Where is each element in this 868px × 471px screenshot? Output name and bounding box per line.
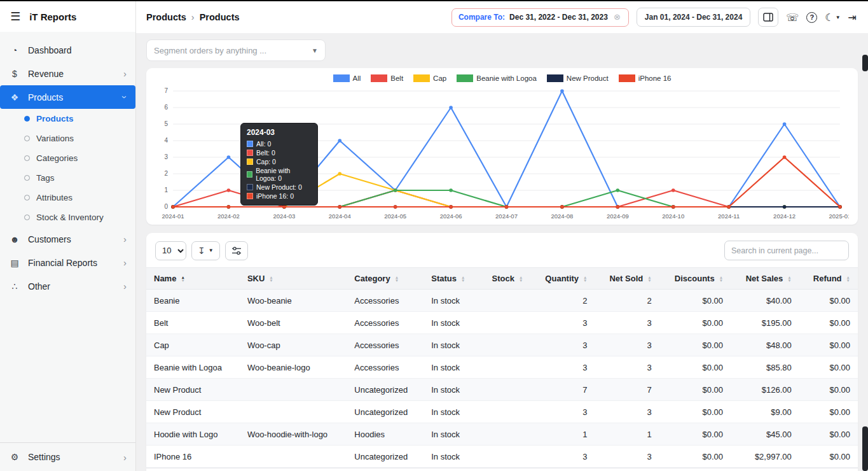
legend-item-belt[interactable]: Belt: [371, 74, 403, 82]
box-icon: ❖: [9, 92, 20, 102]
topbar-actions: Compare To: Dec 31, 2022 - Dec 31, 2023 …: [451, 8, 857, 27]
phone-icon[interactable]: ☏: [786, 11, 799, 24]
segment-search-select[interactable]: Segment orders by anything ... ▼: [146, 39, 326, 61]
sidebar-subitem-tags[interactable]: Tags: [0, 168, 135, 188]
sort-icon: ▲▼: [181, 276, 184, 282]
svg-text:2024-02: 2024-02: [217, 213, 240, 220]
gear-icon: ⚙: [9, 452, 20, 462]
legend-item-cap[interactable]: Cap: [413, 74, 446, 82]
legend-item-new-product[interactable]: New Product: [547, 74, 609, 82]
column-header-name[interactable]: Name▲▼: [146, 268, 240, 290]
column-header-stock[interactable]: Stock▲▼: [479, 268, 531, 290]
legend-item-beanie-with-logoa[interactable]: Beanie with Logoa: [457, 74, 537, 82]
filter-button[interactable]: [225, 241, 248, 260]
cell-discounts: $0.00: [659, 446, 731, 468]
sidebar-subitem-categories[interactable]: Categories: [0, 148, 135, 168]
cell-stock: [479, 356, 531, 379]
column-header-discounts[interactable]: Discounts▲▼: [659, 268, 731, 290]
sidebar-header: ☰ iT Reports: [0, 1, 135, 32]
column-header-net-sold[interactable]: Net Sold▲▼: [595, 268, 659, 290]
cell-stock: [479, 334, 531, 356]
table-row[interactable]: IPhone 16UncategorizedIn stock33$0.00$2,…: [146, 446, 858, 468]
table-row[interactable]: BeltWoo-beltAccessoriesIn stock33$0.00$1…: [146, 312, 858, 334]
sort-icon: ▲▼: [583, 276, 587, 282]
users-icon: ☻: [9, 234, 20, 244]
legend-item-iphone-16[interactable]: iPhone 16: [619, 74, 672, 82]
calendar-panel-button[interactable]: [758, 8, 778, 27]
column-header-sku[interactable]: SKU▲▼: [240, 268, 347, 290]
table-row[interactable]: BeanieWoo-beanieAccessoriesIn stock22$0.…: [146, 290, 858, 312]
dark-mode-toggle[interactable]: ☾ ▼: [825, 11, 840, 24]
help-icon[interactable]: ?: [806, 12, 817, 23]
sidebar-item-products[interactable]: ❖Products›: [0, 85, 135, 109]
scrollbar-thumb[interactable]: [862, 426, 868, 471]
hamburger-menu-icon[interactable]: ☰: [10, 10, 20, 24]
legend-item-all[interactable]: All: [333, 74, 361, 82]
cell-name: Hoodie with Logo: [146, 423, 240, 446]
svg-text:2024-11: 2024-11: [718, 213, 740, 220]
breadcrumb-parent[interactable]: Products: [146, 12, 186, 22]
sidebar-item-customers[interactable]: ☻Customers›: [0, 227, 135, 251]
cell-sku: Woo-cap: [240, 334, 347, 356]
page-size-select[interactable]: 10: [155, 241, 186, 260]
tooltip-swatch-icon: [247, 184, 253, 190]
svg-text:6: 6: [164, 104, 168, 111]
close-circle-icon[interactable]: ⊗: [612, 13, 622, 22]
compare-to-value: Dec 31, 2022 - Dec 31, 2023: [509, 13, 608, 22]
column-header-status[interactable]: Status▲▼: [424, 268, 479, 290]
column-header-net-sales[interactable]: Net Sales▲▼: [731, 268, 799, 290]
cell-stock: [479, 312, 531, 334]
sidebar-subitem-variations[interactable]: Variations: [0, 129, 135, 148]
column-header-category[interactable]: Category▲▼: [347, 268, 424, 290]
column-header-refund[interactable]: Refund▲▼: [799, 268, 858, 290]
tooltip-swatch-icon: [247, 171, 252, 178]
cell-category: Accessories: [347, 312, 424, 334]
tooltip-row-all: All: 0: [247, 140, 312, 148]
chevron-down-icon: ▼: [836, 15, 841, 20]
sidebar-item-revenue[interactable]: $Revenue›: [0, 62, 135, 85]
tooltip-swatch-icon: [247, 193, 253, 199]
table-row[interactable]: Beanie with LogoaWoo-beanie-logoAccessor…: [146, 356, 858, 379]
bullet-icon: [24, 195, 30, 200]
column-label: Status: [431, 274, 457, 283]
sidebar-subitem-attributes[interactable]: Attributes: [0, 188, 135, 207]
table-row[interactable]: Hoodie with LogoWoo-hoodie-with-logoHood…: [146, 423, 858, 446]
sort-icon: ▲▼: [846, 276, 850, 282]
cell-stock: [479, 379, 531, 401]
sidebar-item-settings[interactable]: ⚙ Settings ›: [0, 443, 135, 471]
cell-net-sales: $85.80: [731, 356, 799, 379]
sitemap-icon: ∴: [9, 281, 20, 292]
column-header-quantity[interactable]: Quantity▲▼: [530, 268, 595, 290]
sidebar-item-other[interactable]: ∴Other›: [0, 274, 135, 298]
search-input[interactable]: [724, 241, 849, 260]
compare-to-pill[interactable]: Compare To: Dec 31, 2022 - Dec 31, 2023 …: [451, 8, 629, 27]
sidebar-subitem-stock-inventory[interactable]: Stock & Inventory: [0, 207, 135, 227]
chevron-right-icon: ›: [123, 452, 127, 463]
cell-stock: [479, 423, 531, 446]
export-button[interactable]: ↧ ▼: [191, 241, 220, 260]
window-top-border: [0, 0, 868, 1]
cell-sku: Woo-beanie-logo: [240, 356, 347, 379]
table-row[interactable]: New ProductUncategorizedIn stock77$0.00$…: [146, 379, 858, 401]
cell-stock: [479, 290, 531, 312]
table-header-row: Name▲▼SKU▲▼Category▲▼Status▲▼Stock▲▼Quan…: [146, 268, 858, 290]
logout-icon[interactable]: ⇥: [848, 11, 857, 24]
cell-discounts: $0.00: [659, 401, 731, 423]
scrollbar-thumb[interactable]: [862, 55, 868, 71]
svg-text:4: 4: [164, 137, 168, 144]
sidebar-subitem-products[interactable]: Products: [0, 109, 135, 129]
svg-text:5: 5: [164, 121, 168, 128]
sidebar-item-financial-reports[interactable]: ▤Financial Reports›: [0, 251, 135, 274]
cell-status: In stock: [424, 334, 479, 356]
table-row[interactable]: CapWoo-capAccessoriesIn stock33$0.00$48.…: [146, 334, 858, 356]
sidebar-item-dashboard[interactable]: ◔Dashboard: [0, 38, 135, 62]
cell-category: Hoodies: [347, 423, 424, 446]
tooltip-row-iphone-16: iPhone 16: 0: [247, 192, 312, 200]
cell-discounts: $0.00: [659, 379, 731, 401]
cell-category: Accessories: [347, 290, 424, 312]
table-row[interactable]: New ProductUncategorizedIn stock33$0.00$…: [146, 401, 858, 423]
sidebar-item-label: Financial Reports: [28, 258, 116, 268]
tooltip-row-belt: Belt: 0: [247, 149, 312, 157]
date-range-button[interactable]: Jan 01, 2024 - Dec 31, 2024: [637, 8, 750, 27]
sort-icon: ▲▼: [269, 276, 273, 282]
